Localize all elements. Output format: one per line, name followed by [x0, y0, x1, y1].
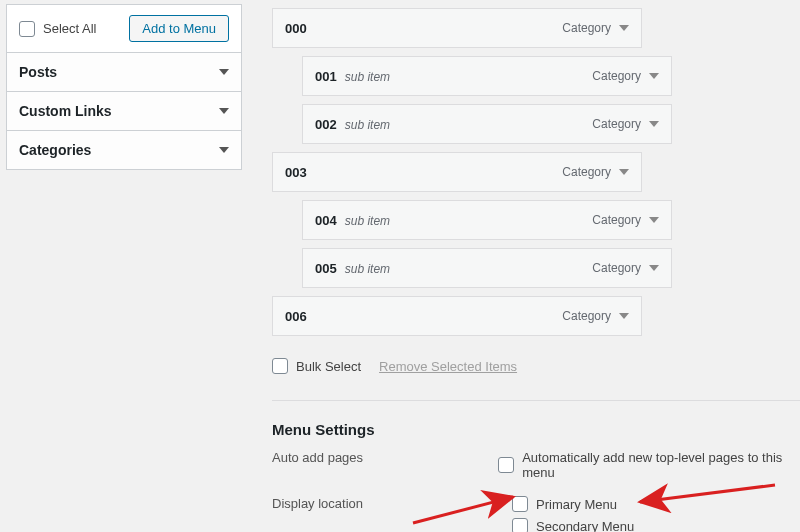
menu-item-type: Category	[592, 261, 641, 275]
menu-item[interactable]: 006Category	[272, 296, 642, 336]
accordion-custom-links[interactable]: Custom Links	[7, 91, 241, 130]
menu-item-type: Category	[562, 21, 611, 35]
menu-item-title: 001	[315, 69, 337, 84]
menu-item-type: Category	[592, 213, 641, 227]
menu-item-type: Category	[562, 165, 611, 179]
menu-item[interactable]: 001sub itemCategory	[302, 56, 672, 96]
chevron-down-icon	[219, 108, 229, 114]
chevron-down-icon	[219, 69, 229, 75]
menu-item-title: 003	[285, 165, 307, 180]
auto-add-checkbox[interactable]	[498, 457, 514, 473]
remove-selected-link[interactable]: Remove Selected Items	[379, 359, 517, 374]
menu-item[interactable]: 000Category	[272, 8, 642, 48]
menu-item[interactable]: 003Category	[272, 152, 642, 192]
accordion-label: Custom Links	[19, 103, 112, 119]
menu-item-title: 004	[315, 213, 337, 228]
location-label: Primary Menu	[536, 497, 617, 512]
add-to-menu-button[interactable]: Add to Menu	[129, 15, 229, 42]
location-checkbox-secondary-menu[interactable]	[512, 518, 528, 532]
select-all-checkbox[interactable]	[19, 21, 35, 37]
auto-add-label: Auto add pages	[272, 450, 498, 486]
accordion-posts[interactable]: Posts	[7, 53, 241, 91]
select-all-label: Select All	[43, 21, 96, 36]
chevron-down-icon	[219, 147, 229, 153]
auto-add-option-label: Automatically add new top-level pages to…	[522, 450, 800, 480]
menu-item[interactable]: 005sub itemCategory	[302, 248, 672, 288]
location-label: Secondary Menu	[536, 519, 634, 533]
display-location-label: Display location	[272, 496, 512, 532]
menu-item-type: Category	[562, 309, 611, 323]
menu-item-title: 000	[285, 21, 307, 36]
bulk-select-label: Bulk Select	[296, 359, 361, 374]
menu-item-title: 005	[315, 261, 337, 276]
accordion-categories[interactable]: Categories	[7, 130, 241, 169]
menu-item-subtitle: sub item	[345, 262, 390, 276]
menu-item-subtitle: sub item	[345, 214, 390, 228]
accordion-label: Posts	[19, 64, 57, 80]
menu-settings-heading: Menu Settings	[272, 421, 800, 438]
bulk-select-checkbox[interactable]	[272, 358, 288, 374]
menu-item-subtitle: sub item	[345, 70, 390, 84]
menu-item-title: 002	[315, 117, 337, 132]
menu-item-subtitle: sub item	[345, 118, 390, 132]
menu-item[interactable]: 002sub itemCategory	[302, 104, 672, 144]
location-checkbox-primary-menu[interactable]	[512, 496, 528, 512]
chevron-down-icon[interactable]	[649, 121, 659, 127]
menu-item-title: 006	[285, 309, 307, 324]
menu-item-type: Category	[592, 117, 641, 131]
menu-item-type: Category	[592, 69, 641, 83]
menu-item[interactable]: 004sub itemCategory	[302, 200, 672, 240]
chevron-down-icon[interactable]	[619, 169, 629, 175]
accordion-label: Categories	[19, 142, 91, 158]
chevron-down-icon[interactable]	[649, 265, 659, 271]
chevron-down-icon[interactable]	[649, 217, 659, 223]
chevron-down-icon[interactable]	[619, 313, 629, 319]
chevron-down-icon[interactable]	[649, 73, 659, 79]
chevron-down-icon[interactable]	[619, 25, 629, 31]
